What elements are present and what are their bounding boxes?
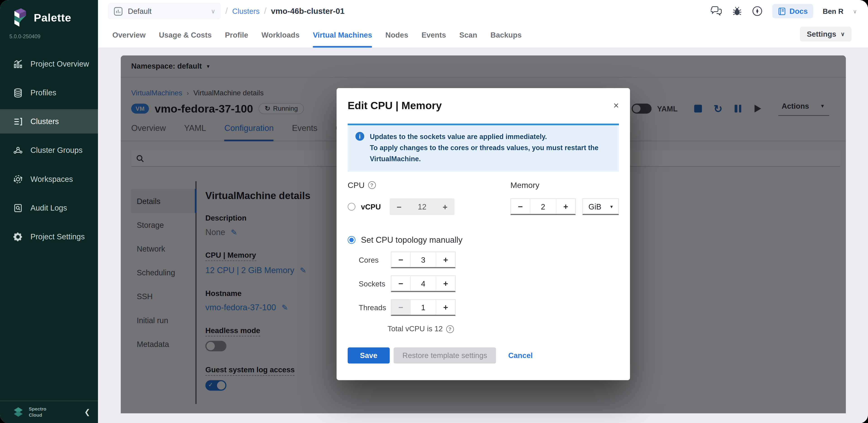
sidebar-nav: Project Overview Profiles (0, 52, 98, 249)
close-icon[interactable]: × (614, 100, 619, 111)
settings-button[interactable]: Settings ∨ (800, 27, 851, 41)
cpu-help-icon[interactable]: ? (368, 181, 375, 189)
sidebar-item-clusters[interactable]: Clusters (0, 109, 98, 134)
breadcrumb-current: vmo-46b-cluster-01 (271, 6, 344, 16)
docs-button[interactable]: Docs (772, 4, 813, 18)
cluster-tabs: Overview Usage & Costs Profile Workloads… (98, 22, 868, 48)
memory-section-label: Memory (510, 181, 539, 190)
save-button[interactable]: Save (348, 347, 390, 363)
cores-value[interactable]: 3 (410, 252, 436, 267)
vcpu-value[interactable]: 12 (408, 198, 436, 215)
sidebar-item-audit-logs[interactable]: Audit Logs (0, 196, 98, 220)
clusters-icon (13, 116, 23, 126)
cores-decrement-button[interactable]: − (391, 252, 410, 267)
compass-help-icon[interactable] (752, 5, 763, 17)
book-icon (778, 7, 786, 16)
threads-value[interactable]: 1 (410, 300, 436, 315)
tab-backups[interactable]: Backups (491, 22, 522, 48)
cancel-button[interactable]: Cancel (508, 351, 533, 360)
sidebar-item-project-overview[interactable]: Project Overview (0, 52, 98, 76)
info-line-2: To apply changes to the cores or threads… (370, 142, 611, 165)
memory-increment-button[interactable]: + (556, 199, 575, 214)
total-vcpu-help-icon[interactable]: ? (446, 325, 454, 333)
sidebar-collapse-icon[interactable]: ❮ (84, 408, 90, 416)
sidebar: Palette 5.0.0-250409 Project Overview (0, 0, 98, 423)
tab-overview[interactable]: Overview (113, 22, 146, 48)
sidebar-item-cluster-groups[interactable]: Cluster Groups (0, 138, 98, 162)
project-selector-value: Default (128, 7, 152, 16)
tab-virtual-machines[interactable]: Virtual Machines (313, 22, 372, 48)
memory-decrement-button[interactable]: − (511, 199, 530, 214)
project-selector[interactable]: Default ∨ (108, 3, 221, 19)
sidebar-item-profiles[interactable]: Profiles (0, 80, 98, 105)
bug-report-icon[interactable] (732, 6, 742, 16)
project-icon (114, 6, 123, 16)
brand-name: Palette (34, 11, 71, 24)
sidebar-item-label: Cluster Groups (31, 146, 83, 155)
chevron-down-icon: ∨ (841, 31, 845, 37)
vcpu-radio[interactable] (348, 203, 355, 210)
sidebar-item-label: Project Settings (31, 232, 85, 241)
user-chevron-down-icon[interactable]: ∨ (853, 8, 857, 14)
palette-brand: Palette (0, 0, 98, 28)
bar-chart-icon (13, 58, 23, 69)
palette-logo-icon (11, 8, 29, 28)
sidebar-footer: Spectro Cloud ❮ (0, 400, 98, 423)
user-menu[interactable]: Ben R (823, 7, 843, 16)
network-icon (13, 145, 23, 156)
sockets-value[interactable]: 4 (410, 276, 436, 291)
tab-events[interactable]: Events (422, 22, 446, 48)
cores-increment-button[interactable]: + (436, 252, 455, 267)
tab-nodes[interactable]: Nodes (385, 22, 408, 48)
app-window: Palette 5.0.0-250409 Project Overview (0, 0, 868, 423)
restore-template-button[interactable]: Restore template settings (394, 347, 496, 363)
topology-label: Set CPU topology manually (361, 235, 463, 245)
threads-increment-button[interactable]: + (436, 300, 455, 315)
tab-workloads[interactable]: Workloads (261, 22, 300, 48)
orbit-icon (13, 174, 23, 184)
gear-icon (13, 231, 23, 242)
sockets-label: Sockets (359, 280, 391, 288)
spectro-cloud-name: Spectro Cloud (29, 406, 46, 418)
chat-icon[interactable] (711, 6, 722, 16)
memory-unit-select[interactable]: GiB ▾ (582, 198, 619, 215)
sockets-increment-button[interactable]: + (436, 276, 455, 291)
unit-caret-icon: ▾ (610, 204, 613, 209)
tab-profile[interactable]: Profile (225, 22, 248, 48)
breadcrumb-separator: / (225, 6, 228, 16)
vcpu-increment-button[interactable]: + (436, 198, 455, 215)
cores-label: Cores (359, 256, 391, 264)
sidebar-item-label: Profiles (31, 88, 56, 97)
sidebar-item-project-settings[interactable]: Project Settings (0, 224, 98, 249)
threads-decrement-button[interactable]: − (391, 300, 410, 315)
threads-label: Threads (359, 304, 391, 312)
sockets-decrement-button[interactable]: − (391, 276, 410, 291)
sidebar-item-workspaces[interactable]: Workspaces (0, 167, 98, 191)
sockets-stepper: − 4 + (391, 275, 456, 292)
edit-cpu-memory-modal: Edit CPU | Memory × i Updates to the soc… (337, 88, 630, 380)
info-icon: i (355, 132, 364, 141)
memory-stepper: − 2 + (510, 198, 576, 215)
sidebar-item-label: Audit Logs (31, 203, 67, 212)
breadcrumb-separator: / (264, 6, 267, 16)
tab-usage-costs[interactable]: Usage & Costs (159, 22, 212, 48)
memory-value[interactable]: 2 (530, 199, 556, 214)
tab-scan[interactable]: Scan (459, 22, 477, 48)
breadcrumb-clusters-link[interactable]: Clusters (232, 7, 259, 16)
docs-label: Docs (789, 7, 808, 16)
topology-radio[interactable] (348, 236, 355, 244)
modal-title: Edit CPU | Memory (348, 100, 442, 112)
memory-unit-value: GiB (588, 202, 601, 211)
audit-log-icon (13, 202, 23, 213)
vcpu-stepper: − 12 + (390, 198, 455, 215)
total-vcpu-label: Total vCPU is 12 (388, 325, 443, 333)
chevron-down-icon: ∨ (211, 7, 215, 15)
sidebar-item-label: Workspaces (31, 175, 73, 184)
layers-icon (13, 87, 23, 97)
spectro-cloud-logo (12, 406, 25, 418)
vcpu-decrement-button[interactable]: − (390, 198, 408, 215)
sidebar-item-label: Project Overview (31, 59, 89, 68)
threads-stepper: − 1 + (391, 299, 456, 316)
version-label: 5.0.0-250409 (0, 28, 98, 39)
cores-stepper: − 3 + (391, 252, 456, 268)
